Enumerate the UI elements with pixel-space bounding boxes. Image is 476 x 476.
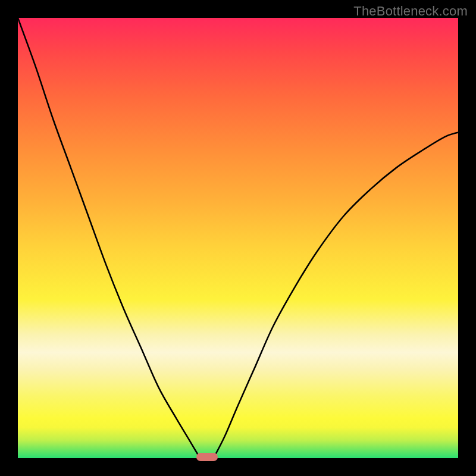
- left-branch-path: [18, 18, 199, 457]
- vertex-marker: [196, 453, 218, 461]
- right-branch-path: [214, 132, 458, 456]
- bottleneck-curve: [18, 18, 458, 458]
- watermark-text: TheBottleneck.com: [353, 4, 468, 19]
